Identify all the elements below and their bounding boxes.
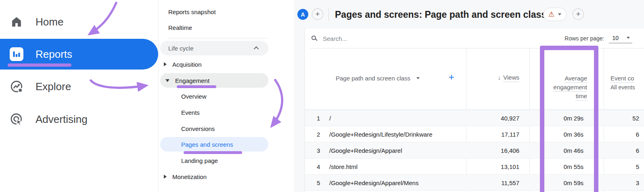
explore-icon	[9, 79, 24, 94]
table-row: 3 /Google+Redesign/Apparel 16,406 0m 46s…	[305, 142, 644, 158]
sidebar-item-label: Advertising	[36, 113, 88, 126]
rows-per-page: Rows per page: 10	[565, 28, 632, 49]
expand-down-icon	[165, 79, 169, 82]
nav-item-pages-and-screens[interactable]: Pages and screens	[160, 137, 268, 152]
nav-item-monetization[interactable]: Monetization	[159, 169, 294, 184]
sidebar-item-label: Reports	[36, 48, 72, 61]
report-header: A + Pages and screens: Page path and scr…	[294, 0, 644, 28]
search-input[interactable]	[323, 33, 444, 44]
bar-chart-icon	[9, 46, 24, 62]
plus-icon: +	[315, 10, 320, 19]
nav-divider	[168, 38, 267, 38]
sidebar-item-advertising[interactable]: Advertising	[0, 104, 158, 135]
table-header: Page path and screen class + ↓Views Aver…	[305, 49, 644, 110]
table-row: 1 / 40,927 0m 29s 52	[305, 110, 644, 126]
ga4-app: Home Reports	[0, 0, 644, 192]
nav-item-conversions[interactable]: Conversions	[159, 121, 294, 136]
table-toolbar: Rows per page: 10	[305, 28, 644, 49]
search-icon	[312, 36, 316, 40]
chevron-down-icon	[627, 37, 630, 39]
comparison-avatar[interactable]: A	[297, 9, 308, 20]
reports-nav-panel: Reports snapshot Realtime Life cycle Acq…	[158, 0, 294, 192]
column-header-event-count[interactable]: Event co All events	[611, 74, 635, 92]
sidebar-item-label: Home	[36, 16, 63, 28]
expand-right-icon	[164, 175, 167, 179]
column-header-views[interactable]: ↓Views	[442, 74, 519, 81]
customize-report-button[interactable]: +	[573, 8, 584, 20]
table-body: 1 / 40,927 0m 29s 52 2 /Google+Redesign/…	[305, 110, 644, 191]
add-comparison-button[interactable]: +	[312, 8, 323, 20]
plus-icon: +	[576, 10, 580, 19]
column-header-dimension[interactable]: Page path and screen class	[336, 75, 420, 82]
page-title: Pages and screens: Page path and screen …	[335, 9, 546, 20]
nav-item-realtime[interactable]: Realtime	[159, 20, 294, 35]
page-path: /	[329, 114, 331, 121]
event-count-filter: All events	[611, 84, 635, 91]
nav-item-engagement[interactable]: Engagement	[160, 73, 268, 88]
rows-per-page-select[interactable]: 10	[609, 34, 632, 43]
table-row: 4 /store.html 13,101 0m 55s 5	[305, 158, 644, 175]
nav-item-events[interactable]: Events	[159, 105, 294, 120]
header-divider	[328, 8, 329, 21]
home-icon	[9, 14, 24, 30]
page-path: /Google+Redesign/Lifestyle/Drinkware	[329, 131, 433, 137]
sidebar-item-explore[interactable]: Explore	[0, 71, 158, 102]
sidebar-item-label: Explore	[36, 80, 71, 93]
nav-item-reports-snapshot[interactable]: Reports snapshot	[159, 4, 294, 19]
nav-item-acquisition[interactable]: Acquisition	[159, 57, 294, 72]
advertising-icon	[9, 112, 24, 127]
table-row: 2 /Google+Redesign/Lifestyle/Drinkware 1…	[305, 126, 644, 142]
main-sidebar: Home Reports	[0, 0, 158, 192]
page-path: /store.html	[329, 163, 358, 170]
data-quality-button[interactable]: ⚠	[543, 8, 567, 21]
nav-group-life-cycle[interactable]: Life cycle	[160, 41, 268, 55]
chevron-up-icon	[254, 46, 259, 51]
nav-item-landing-page[interactable]: Landing page	[159, 153, 294, 168]
sort-descending-icon: ↓	[498, 74, 501, 81]
sidebar-item-reports[interactable]: Reports	[0, 39, 158, 70]
column-header-avg-engagement-time[interactable]: Average engagement time	[529, 74, 587, 101]
table-row: 5 /Google+Redesign/Apparel/Mens 11,557 0…	[305, 175, 644, 191]
nav-item-overview[interactable]: Overview	[159, 89, 294, 103]
rows-per-page-label: Rows per page:	[565, 35, 604, 42]
chevron-down-icon	[416, 77, 420, 79]
warning-triangle-icon: ⚠	[548, 11, 554, 18]
chevron-down-icon	[558, 13, 561, 15]
page-path: /Google+Redesign/Apparel	[329, 147, 402, 154]
main-content: A + Pages and screens: Page path and scr…	[294, 0, 644, 192]
expand-right-icon	[164, 62, 167, 66]
report-table-card: Rows per page: 10 Page path and screen c…	[305, 28, 644, 192]
page-path: /Google+Redesign/Apparel/Mens	[329, 179, 418, 186]
sidebar-item-home[interactable]: Home	[0, 6, 158, 37]
